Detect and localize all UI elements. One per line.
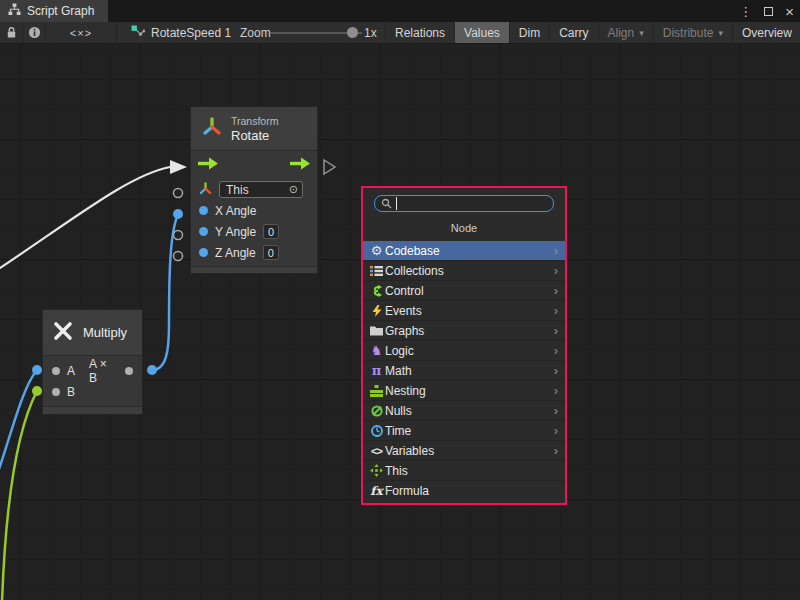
finder-header: Node — [363, 222, 565, 234]
chevron-right-icon: › — [554, 424, 560, 437]
overview-button[interactable]: Overview — [733, 22, 800, 43]
maximize-icon[interactable] — [764, 7, 773, 16]
list-icon — [368, 265, 385, 277]
zoom-slider-knob[interactable] — [347, 27, 358, 38]
chevron-right-icon: › — [554, 284, 560, 297]
menu-item-logic[interactable]: ♞ Logic › — [363, 341, 565, 361]
object-picker-icon[interactable]: ⊙ — [289, 183, 298, 196]
lightning-icon — [368, 305, 385, 317]
port-a-label: A — [67, 364, 75, 378]
tab-title: Script Graph — [27, 4, 94, 18]
output-label: A × B — [89, 357, 118, 385]
dropdown-arrow-icon: ▾ — [639, 28, 644, 38]
graph-node-icon — [131, 25, 145, 41]
fuzzy-finder-popup: Node ⚙ Codebase › Collections › — [361, 186, 567, 505]
dim-button[interactable]: Dim — [510, 22, 550, 43]
node-title: Multiply — [83, 325, 127, 340]
this-object-field[interactable]: This ⊙ — [219, 181, 303, 198]
tab-bar: Script Graph ⋮ × — [0, 0, 800, 22]
chevron-right-icon: › — [554, 404, 560, 417]
carry-button[interactable]: Carry — [550, 22, 598, 43]
multiply-x-icon — [53, 321, 73, 345]
node-footer — [43, 406, 142, 414]
graph-hierarchy-icon — [8, 3, 21, 19]
menu-item-math[interactable]: π Math › — [363, 361, 565, 381]
zoom-value: 1x — [364, 22, 377, 43]
null-icon — [368, 405, 385, 417]
chevron-right-icon: › — [554, 244, 560, 257]
z-angle-input[interactable] — [263, 245, 279, 260]
this-arrows-icon — [368, 464, 385, 477]
chevron-right-icon: › — [554, 324, 560, 337]
code-view-button[interactable]: <×> — [46, 22, 117, 43]
port-x-label: X Angle — [215, 204, 256, 218]
port-a[interactable] — [52, 367, 60, 375]
port-b[interactable] — [52, 388, 60, 396]
gear-icon: ⚙ — [368, 243, 385, 258]
node-category: Transform — [231, 115, 278, 128]
clock-icon — [368, 425, 385, 437]
menu-item-events[interactable]: Events › — [363, 301, 565, 321]
port-y-label: Y Angle — [215, 225, 256, 239]
menu-item-variables[interactable]: <> Variables › — [363, 441, 565, 461]
search-input[interactable] — [396, 197, 547, 210]
port-z-angle[interactable] — [199, 248, 208, 257]
menu-item-codebase[interactable]: ⚙ Codebase › — [363, 241, 565, 261]
node-transform-rotate[interactable]: Transform Rotate This ⊙ — [190, 106, 318, 274]
menu-item-nesting[interactable]: Nesting › — [363, 381, 565, 401]
dropdown-arrow-icon: ▾ — [718, 28, 723, 38]
chevron-right-icon: › — [554, 444, 560, 457]
values-button[interactable]: Values — [455, 22, 510, 43]
chevron-right-icon: › — [554, 384, 560, 397]
zoom-label: Zoom — [240, 22, 271, 43]
pi-icon: π — [368, 363, 385, 378]
menu-item-collections[interactable]: Collections › — [363, 261, 565, 281]
distribute-button[interactable]: Distribute▾ — [654, 22, 733, 43]
menu-item-graphs[interactable]: Graphs › — [363, 321, 565, 341]
transform-axes-icon-small — [199, 182, 212, 198]
lock-button[interactable] — [0, 22, 23, 43]
nested-graph-icon — [368, 385, 385, 397]
menu-item-time[interactable]: Time › — [363, 421, 565, 441]
node-multiply[interactable]: Multiply A A × B B — [42, 309, 143, 415]
folder-icon — [368, 325, 385, 336]
graph-toolbar: <×> RotateSpeed 1 Zoom 1x Relations Valu… — [0, 22, 800, 44]
port-x-angle[interactable] — [199, 206, 208, 215]
more-options-icon[interactable]: ⋮ — [739, 4, 752, 19]
relations-button[interactable]: Relations — [386, 22, 455, 43]
menu-item-nulls[interactable]: Nulls › — [363, 401, 565, 421]
flow-in-port[interactable] — [198, 156, 218, 174]
chevron-right-icon: › — [554, 264, 560, 277]
chevron-right-icon: › — [554, 344, 560, 357]
tab-script-graph[interactable]: Script Graph — [0, 0, 108, 22]
chevron-right-icon: › — [554, 304, 560, 317]
port-output[interactable] — [125, 367, 133, 375]
info-button[interactable] — [23, 22, 46, 43]
port-b-label: B — [67, 385, 75, 399]
menu-item-this[interactable]: This — [363, 461, 565, 481]
graph-name[interactable]: RotateSpeed 1 — [151, 26, 231, 40]
search-icon — [381, 195, 392, 213]
branch-arrows-icon — [368, 285, 385, 297]
chevron-right-icon: › — [554, 364, 560, 377]
port-y-angle[interactable] — [199, 227, 208, 236]
node-footer — [191, 266, 317, 273]
y-angle-input[interactable] — [263, 224, 279, 239]
script-graph-window: Transform Rotate This ⊙ — [0, 0, 800, 600]
brackets-icon: <> — [368, 445, 385, 457]
menu-item-control[interactable]: Control › — [363, 281, 565, 301]
align-button[interactable]: Align▾ — [599, 22, 654, 43]
search-field[interactable] — [374, 195, 554, 212]
close-icon[interactable]: × — [785, 4, 794, 19]
port-z-label: Z Angle — [215, 246, 256, 260]
flow-out-port[interactable] — [290, 156, 310, 174]
menu-item-formula[interactable]: fx Formula — [363, 481, 565, 501]
transform-axes-icon — [201, 116, 223, 142]
knight-icon: ♞ — [368, 343, 385, 358]
formula-fx-icon: fx — [368, 484, 385, 498]
node-title: Rotate — [231, 128, 278, 143]
